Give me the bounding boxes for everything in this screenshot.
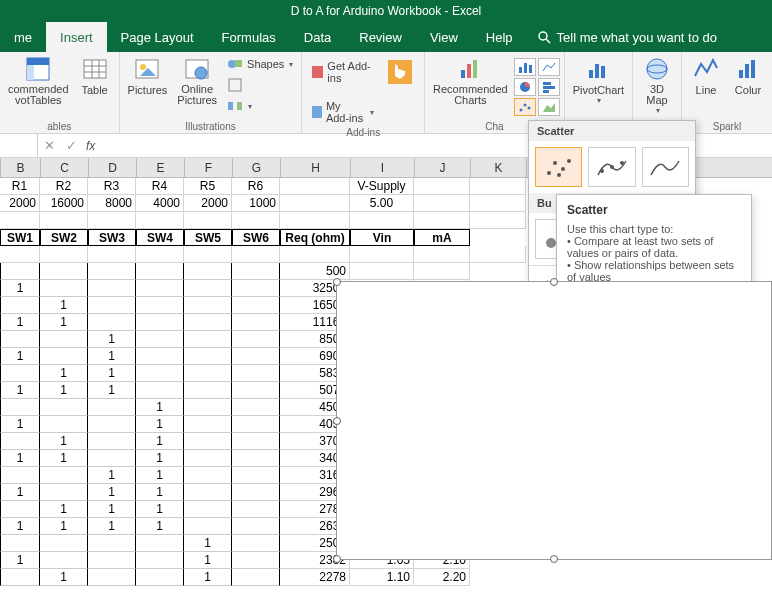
cell[interactable] xyxy=(0,212,40,229)
cell[interactable]: R3 xyxy=(88,178,136,195)
icons-button[interactable] xyxy=(223,75,297,95)
scatter-smooth-option[interactable] xyxy=(588,147,635,187)
header-cell[interactable]: SW4 xyxy=(136,229,184,246)
cell[interactable]: 16000 xyxy=(40,195,88,212)
sw-cell[interactable] xyxy=(184,501,232,518)
tab-review[interactable]: Review xyxy=(345,22,416,52)
sw-cell[interactable] xyxy=(88,450,136,467)
cell[interactable] xyxy=(40,212,88,229)
sw-cell[interactable] xyxy=(232,569,280,586)
sw-cell[interactable] xyxy=(0,433,40,450)
chart-line-button[interactable] xyxy=(538,58,560,76)
sw-cell[interactable]: 1 xyxy=(0,416,40,433)
sw-cell[interactable]: 1 xyxy=(0,518,40,535)
sw-cell[interactable] xyxy=(0,535,40,552)
cell[interactable]: R6 xyxy=(232,178,280,195)
sw-cell[interactable]: 1 xyxy=(40,433,88,450)
my-addins-button[interactable]: My Add-ins▾ xyxy=(306,98,378,126)
sw-cell[interactable] xyxy=(232,297,280,314)
cell[interactable] xyxy=(184,246,232,263)
sw-cell[interactable]: 1 xyxy=(88,382,136,399)
sw-cell[interactable] xyxy=(184,280,232,297)
cell[interactable]: V-Supply xyxy=(350,178,414,195)
sw-cell[interactable] xyxy=(0,569,40,586)
cell[interactable] xyxy=(414,212,470,229)
online-pictures-button[interactable]: Online Pictures xyxy=(173,54,221,108)
pictures-button[interactable]: Pictures xyxy=(124,54,172,98)
cell[interactable]: 2000 xyxy=(184,195,232,212)
sw-cell[interactable] xyxy=(232,552,280,569)
sw-cell[interactable] xyxy=(88,535,136,552)
cell[interactable] xyxy=(470,246,526,263)
sw-cell[interactable] xyxy=(40,331,88,348)
sw-cell[interactable] xyxy=(184,467,232,484)
smartart-button[interactable]: ▾ xyxy=(223,96,297,116)
sw-cell[interactable]: 1 xyxy=(0,348,40,365)
sw-cell[interactable]: 1 xyxy=(0,484,40,501)
sw-cell[interactable] xyxy=(184,314,232,331)
sw-cell[interactable] xyxy=(232,280,280,297)
header-cell[interactable]: Req (ohm) xyxy=(280,229,350,246)
req-cell[interactable]: 2278 xyxy=(280,569,350,586)
cell[interactable]: R4 xyxy=(136,178,184,195)
cell[interactable] xyxy=(280,246,350,263)
header-cell[interactable]: SW2 xyxy=(40,229,88,246)
sw-cell[interactable] xyxy=(136,263,184,280)
col-header-G[interactable]: G xyxy=(233,158,281,177)
sw-cell[interactable]: 1 xyxy=(136,484,184,501)
sw-cell[interactable] xyxy=(88,399,136,416)
tab-data[interactable]: Data xyxy=(290,22,345,52)
cell[interactable] xyxy=(470,212,526,229)
sw-cell[interactable]: 1 xyxy=(0,552,40,569)
cell[interactable] xyxy=(280,212,350,229)
sw-cell[interactable] xyxy=(184,484,232,501)
cell[interactable] xyxy=(0,246,40,263)
sw-cell[interactable] xyxy=(232,365,280,382)
sw-cell[interactable]: 1 xyxy=(88,331,136,348)
tab-page-layout[interactable]: Page Layout xyxy=(107,22,208,52)
sw-cell[interactable] xyxy=(232,314,280,331)
sw-cell[interactable]: 1 xyxy=(40,501,88,518)
sw-cell[interactable]: 1 xyxy=(136,433,184,450)
sw-cell[interactable]: 1 xyxy=(88,467,136,484)
fx-icon[interactable]: fx xyxy=(82,139,99,153)
cell[interactable]: R2 xyxy=(40,178,88,195)
header-cell[interactable]: SW5 xyxy=(184,229,232,246)
chart-scatter-button[interactable] xyxy=(514,98,536,116)
sw-cell[interactable]: 1 xyxy=(40,382,88,399)
sw-cell[interactable]: 1 xyxy=(0,450,40,467)
sw-cell[interactable] xyxy=(0,297,40,314)
col-header-J[interactable]: J xyxy=(415,158,471,177)
cell[interactable]: 2000 xyxy=(0,195,40,212)
cell[interactable] xyxy=(470,178,526,195)
sw-cell[interactable] xyxy=(184,450,232,467)
sw-cell[interactable] xyxy=(184,263,232,280)
sw-cell[interactable] xyxy=(40,263,88,280)
sw-cell[interactable]: 1 xyxy=(136,416,184,433)
ma-cell[interactable] xyxy=(414,263,470,280)
sparkline-column-button[interactable]: Colur xyxy=(728,54,768,98)
cell[interactable] xyxy=(136,212,184,229)
header-cell[interactable]: SW6 xyxy=(232,229,280,246)
3d-map-button[interactable]: 3D Map▾ xyxy=(637,54,677,117)
sw-cell[interactable]: 1 xyxy=(88,484,136,501)
sw-cell[interactable] xyxy=(0,501,40,518)
sw-cell[interactable]: 1 xyxy=(136,450,184,467)
chart-column-button[interactable] xyxy=(514,58,536,76)
col-header-H[interactable]: H xyxy=(281,158,351,177)
header-cell[interactable]: Vin xyxy=(350,229,414,246)
header-cell[interactable]: SW1 xyxy=(0,229,40,246)
scatter-markers-option[interactable] xyxy=(535,147,582,187)
cell[interactable] xyxy=(414,178,470,195)
sw-cell[interactable]: 1 xyxy=(136,467,184,484)
sw-cell[interactable] xyxy=(184,399,232,416)
tab-me[interactable]: me xyxy=(0,22,46,52)
sw-cell[interactable] xyxy=(40,348,88,365)
recommended-pivottables-button[interactable]: commended votTables xyxy=(4,54,73,108)
header-cell[interactable]: mA xyxy=(414,229,470,246)
sw-cell[interactable]: 1 xyxy=(0,382,40,399)
shapes-button[interactable]: Shapes▾ xyxy=(223,54,297,74)
sw-cell[interactable] xyxy=(136,365,184,382)
cell[interactable] xyxy=(136,246,184,263)
chart-object[interactable] xyxy=(336,281,772,560)
